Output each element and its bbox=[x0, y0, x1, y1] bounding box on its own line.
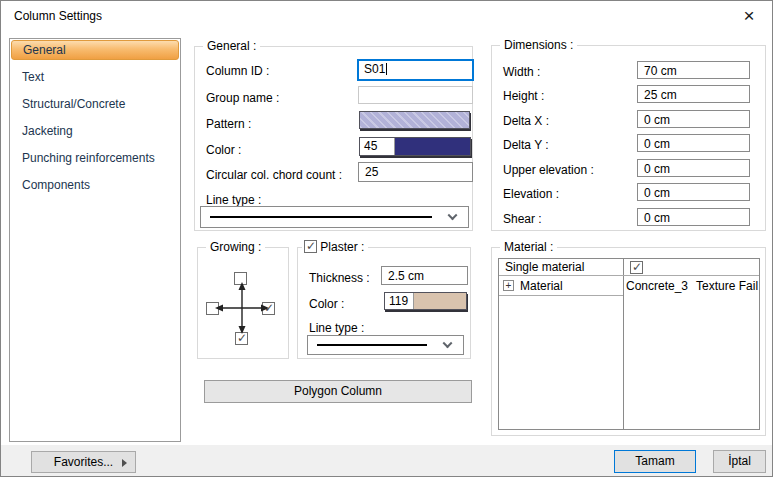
delta-y-input[interactable]: 0 cm bbox=[637, 134, 750, 152]
width-label: Width : bbox=[503, 65, 540, 79]
favorites-expand-icon bbox=[122, 459, 127, 467]
shear-input[interactable]: 0 cm bbox=[637, 208, 750, 226]
delta-x-label: Delta X : bbox=[503, 114, 549, 128]
sidebar-item-jacketing[interactable]: Jacketing bbox=[11, 121, 179, 141]
window-title: Column Settings bbox=[14, 9, 102, 23]
color-swatch bbox=[395, 138, 470, 155]
material-texture-note: Texture Faile bbox=[696, 279, 758, 293]
favorites-button[interactable]: Favorites... bbox=[31, 451, 136, 473]
plaster-legend-wrap: Plaster : bbox=[302, 240, 368, 254]
growing-group-legend: Growing : bbox=[206, 240, 265, 254]
line-type-dropdown[interactable] bbox=[200, 206, 469, 228]
line-type-label: Line type : bbox=[206, 193, 261, 207]
group-name-label: Group name : bbox=[206, 91, 279, 105]
text-caret bbox=[386, 63, 387, 75]
chevron-down-icon bbox=[448, 210, 458, 220]
single-material-checkbox[interactable] bbox=[630, 261, 643, 274]
thickness-label: Thickness : bbox=[309, 271, 370, 285]
growing-direction-cross-icon bbox=[214, 281, 270, 335]
delta-y-label: Delta Y : bbox=[503, 138, 549, 152]
plaster-color-number: 119 bbox=[385, 293, 414, 309]
plaster-line-type-label: Line type : bbox=[309, 321, 364, 335]
general-group-legend: General : bbox=[203, 39, 260, 53]
plaster-line-type-dropdown[interactable] bbox=[307, 335, 464, 355]
plaster-color-label: Color : bbox=[309, 297, 344, 311]
material-row-label: Material bbox=[520, 279, 620, 293]
chord-count-input[interactable]: 25 bbox=[358, 162, 473, 182]
cancel-button[interactable]: İptal bbox=[713, 450, 766, 473]
sidebar-item-punching-reinforcements[interactable]: Punching reinforcements bbox=[11, 148, 179, 168]
material-group-legend: Material : bbox=[500, 240, 557, 254]
general-group: General : Column ID : S01 Group name : P… bbox=[194, 46, 473, 231]
favorites-button-label: Favorites... bbox=[54, 455, 113, 469]
color-picker-button[interactable]: 45 bbox=[359, 137, 471, 156]
dimensions-group: Dimensions : Width : 70 cm Height : 25 c… bbox=[491, 45, 766, 231]
color-label: Color : bbox=[206, 143, 241, 157]
plaster-label: Plaster : bbox=[320, 240, 364, 254]
material-group: Material : Single material + Material Co… bbox=[491, 247, 766, 436]
single-material-label: Single material bbox=[505, 260, 620, 274]
sidebar-item-general[interactable]: General bbox=[11, 40, 179, 60]
elevation-input[interactable]: 0 cm bbox=[637, 183, 750, 201]
dimensions-group-legend: Dimensions : bbox=[500, 38, 577, 52]
thickness-input[interactable]: 2.5 cm bbox=[381, 266, 468, 285]
solid-line-preview bbox=[317, 344, 427, 346]
table-column-divider bbox=[623, 259, 624, 429]
elevation-label: Elevation : bbox=[503, 187, 559, 201]
height-label: Height : bbox=[503, 89, 544, 103]
column-id-input[interactable]: S01 bbox=[357, 59, 474, 81]
material-value-cell[interactable]: Concrete_3Texture Faile bbox=[626, 279, 758, 293]
solid-line-preview bbox=[210, 216, 432, 218]
material-table: Single material + Material Concrete_3Tex… bbox=[498, 258, 760, 430]
sidebar-item-text[interactable]: Text bbox=[11, 67, 179, 87]
width-input[interactable]: 70 cm bbox=[637, 61, 750, 79]
pattern-label: Pattern : bbox=[206, 117, 251, 131]
chevron-down-icon bbox=[443, 338, 453, 348]
color-number: 45 bbox=[360, 138, 395, 155]
plaster-checkbox[interactable] bbox=[304, 240, 317, 253]
chord-count-label: Circular col. chord count : bbox=[206, 168, 342, 182]
plaster-color-picker-button[interactable]: 119 bbox=[384, 292, 467, 310]
shear-label: Shear : bbox=[503, 212, 542, 226]
footer-bar: Favorites... Tamam İptal bbox=[1, 445, 772, 477]
row-separator bbox=[499, 275, 759, 276]
sidebar-item-components[interactable]: Components bbox=[11, 175, 179, 195]
delta-x-input[interactable]: 0 cm bbox=[637, 110, 750, 128]
column-id-label: Column ID : bbox=[206, 64, 269, 78]
row-separator bbox=[499, 295, 623, 296]
group-name-input[interactable] bbox=[358, 86, 473, 104]
titlebar: Column Settings × bbox=[1, 1, 772, 33]
polygon-column-button[interactable]: Polygon Column bbox=[204, 380, 472, 403]
sidebar-item-structural-concrete[interactable]: Structural/Concrete bbox=[11, 94, 179, 114]
column-settings-dialog: Column Settings × General Text Structura… bbox=[0, 0, 773, 477]
material-name: Concrete_3 bbox=[626, 279, 688, 293]
plaster-group: Plaster : Thickness : 2.5 cm Color : 119… bbox=[297, 247, 471, 359]
close-icon[interactable]: × bbox=[737, 5, 761, 27]
settings-category-list: General Text Structural/Concrete Jacketi… bbox=[9, 38, 181, 442]
upper-elevation-label: Upper elevation : bbox=[503, 163, 594, 177]
ok-button[interactable]: Tamam bbox=[614, 450, 696, 473]
height-input[interactable]: 25 cm bbox=[637, 85, 750, 103]
plaster-color-swatch bbox=[414, 293, 466, 309]
pattern-swatch-button[interactable] bbox=[359, 111, 470, 129]
upper-elevation-input[interactable]: 0 cm bbox=[637, 159, 750, 177]
expand-plus-icon[interactable]: + bbox=[503, 280, 514, 291]
growing-group: Growing : bbox=[197, 247, 289, 359]
